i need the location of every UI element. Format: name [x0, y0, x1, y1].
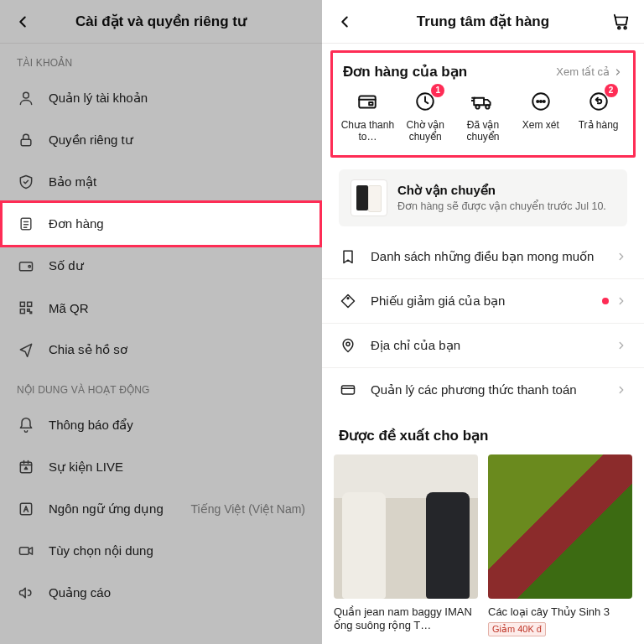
chevron-right-icon — [615, 384, 627, 396]
orders-card-title: Đơn hàng của bạn — [343, 63, 467, 80]
location-icon — [339, 336, 357, 355]
product-title: Quần jean nam baggy IMAN ống suông rộng … — [334, 605, 478, 633]
settings-item-label: Chia sẻ hồ sơ — [49, 342, 127, 357]
orders-view-all[interactable]: Xem tất cả — [556, 65, 623, 78]
language-icon — [17, 500, 35, 518]
order-status-label: Chờ vận chuyển — [397, 119, 454, 143]
svg-rect-9 — [28, 302, 32, 306]
settings-title: Cài đặt và quyền riêng tư — [0, 13, 322, 30]
svg-marker-17 — [24, 467, 27, 470]
svg-point-22 — [624, 26, 626, 29]
calendar-icon — [17, 458, 35, 476]
product-title: Các loại cây Thủy Sinh 3 — [488, 605, 632, 619]
order-status-awaiting[interactable]: 1 Chờ vận chuyển — [397, 89, 454, 143]
video-icon — [17, 542, 35, 560]
order-status-review[interactable]: Xem xét — [512, 89, 569, 143]
shipping-status-card[interactable]: Chờ vận chuyển Đơn hàng sẽ được vận chuy… — [339, 169, 627, 226]
bell-icon — [17, 416, 35, 434]
settings-item-orders[interactable]: Đơn hàng — [0, 203, 322, 245]
orders-icon — [17, 215, 35, 233]
settings-header: Cài đặt và quyền riêng tư — [0, 0, 322, 44]
settings-item-label: Quyền riêng tư — [49, 132, 133, 148]
tag-icon — [339, 292, 357, 310]
svg-point-29 — [486, 105, 489, 108]
settings-item-content-prefs[interactable]: Tùy chọn nội dung — [0, 530, 322, 572]
svg-point-34 — [540, 101, 542, 102]
chevron-right-icon — [615, 340, 627, 351]
settings-screen: Cài đặt và quyền riêng tư TÀI KHOẢN Quản… — [0, 0, 322, 644]
clock-icon: 1 — [413, 89, 438, 114]
settings-item-privacy[interactable]: Quyền riêng tư — [0, 119, 322, 161]
order-status-pending[interactable]: Chưa thanh to… — [340, 89, 396, 143]
svg-point-35 — [543, 101, 544, 102]
lock-icon — [17, 131, 35, 149]
svg-rect-12 — [30, 312, 32, 314]
back-icon[interactable] — [334, 11, 356, 33]
settings-item-label: Tùy chọn nội dung — [49, 543, 153, 558]
settings-item-ads[interactable]: Quảng cáo — [0, 572, 322, 614]
share-icon — [17, 340, 35, 359]
orders-view-all-label: Xem tất cả — [556, 65, 610, 78]
settings-item-label: Ngôn ngữ ứng dụng — [49, 501, 164, 517]
order-centre-screen: Trung tâm đặt hàng Đơn hàng của bạn Xem … — [322, 0, 644, 644]
svg-rect-19 — [20, 548, 29, 554]
product-card[interactable]: Quần jean nam baggy IMAN ống suông rộng … — [334, 454, 478, 636]
link-payments[interactable]: Quản lý các phương thức thanh toán — [322, 367, 644, 412]
svg-rect-1 — [21, 139, 31, 146]
order-title: Trung tâm đặt hàng — [322, 13, 644, 30]
settings-item-security[interactable]: Bảo mật — [0, 161, 322, 203]
shipping-status-title: Chờ vận chuyển — [397, 183, 606, 198]
product-image — [334, 454, 478, 599]
settings-item-live-events[interactable]: Sự kiện LIVE — [0, 446, 322, 488]
link-label: Phiếu giảm giá của bạn — [371, 293, 505, 309]
settings-item-label: Bảo mật — [49, 174, 96, 190]
settings-item-language[interactable]: Ngôn ngữ ứng dụng Tiếng Việt (Việt Nam) — [0, 488, 322, 530]
card-icon — [339, 381, 357, 399]
order-status-shipped[interactable]: Đã vận chuyển — [455, 89, 512, 143]
link-coupons[interactable]: Phiếu giảm giá của bạn — [322, 278, 644, 323]
settings-item-balance[interactable]: Số dư — [0, 245, 322, 287]
back-icon[interactable] — [12, 11, 34, 33]
section-label-content: NỘI DUNG VÀ HOẠT ĐỘNG — [0, 371, 322, 404]
refund-icon: 2 — [586, 89, 611, 114]
settings-item-label: Mã QR — [49, 301, 89, 315]
cart-icon[interactable] — [610, 11, 632, 33]
svg-point-0 — [23, 92, 29, 98]
svg-rect-10 — [20, 309, 24, 314]
status-badge: 1 — [431, 84, 444, 97]
settings-item-share-profile[interactable]: Chia sẻ hồ sơ — [0, 329, 322, 371]
order-status-returns[interactable]: 2 Trả hàng — [570, 89, 626, 143]
recommend-row: Quần jean nam baggy IMAN ống suông rộng … — [322, 454, 644, 636]
product-card[interactable]: Các loại cây Thủy Sinh 3 Giảm 40K đ — [488, 454, 632, 636]
settings-item-push-notifications[interactable]: Thông báo đẩy — [0, 404, 322, 446]
shipping-status-subtitle: Đơn hàng sẽ được vận chuyển trước Jul 10… — [397, 200, 606, 212]
link-wishlist[interactable]: Danh sách những điều bạn mong muốn — [322, 235, 644, 278]
settings-item-label: Thông báo đẩy — [49, 418, 133, 433]
status-badge: 2 — [605, 84, 618, 97]
order-status-label: Xem xét — [522, 119, 559, 143]
svg-point-36 — [590, 93, 607, 110]
recommend-title: Được đề xuất cho bạn — [322, 412, 644, 454]
megaphone-icon — [17, 584, 35, 602]
link-address[interactable]: Địa chỉ của bạn — [322, 323, 644, 367]
settings-item-label: Quản lý tài khoản — [49, 91, 148, 106]
svg-point-37 — [347, 298, 349, 299]
settings-item-label: Sự kiện LIVE — [49, 460, 123, 475]
settings-item-manage-account[interactable]: Quản lý tài khoản — [0, 77, 322, 119]
link-label: Địa chỉ của bạn — [371, 338, 460, 353]
svg-point-7 — [29, 266, 31, 268]
settings-item-value: Tiếng Việt (Việt Nam) — [191, 502, 305, 516]
svg-rect-8 — [20, 302, 24, 306]
settings-item-label: Số dư — [49, 258, 84, 273]
chevron-right-icon — [615, 251, 627, 262]
chevron-right-icon — [613, 67, 623, 77]
chevron-right-icon — [602, 295, 627, 307]
svg-rect-18 — [20, 503, 31, 514]
person-icon — [17, 89, 35, 107]
settings-item-qr[interactable]: Mã QR — [0, 287, 322, 329]
order-status-label: Trả hàng — [579, 119, 619, 143]
svg-rect-27 — [474, 98, 484, 106]
link-label: Quản lý các phương thức thanh toán — [371, 382, 577, 397]
svg-rect-25 — [370, 102, 373, 105]
order-header: Trung tâm đặt hàng — [322, 0, 644, 44]
